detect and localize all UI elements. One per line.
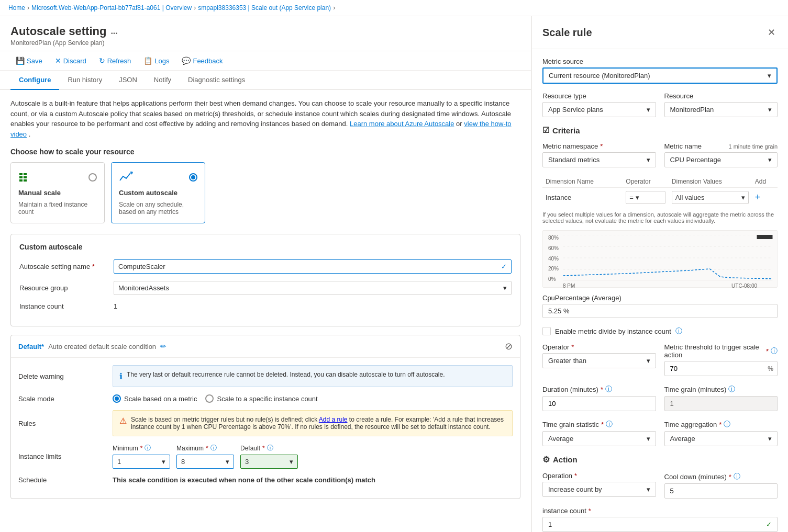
operator-select[interactable]: Greater than ▾ <box>542 353 656 368</box>
dim-values-select[interactable]: All values ▾ <box>672 191 749 204</box>
delete-warning-content: ℹ The very last or default recurrence ru… <box>113 365 513 387</box>
manual-scale-option[interactable]: Manual scale Maintain a fixed instance c… <box>10 162 105 223</box>
duration-info-icon[interactable]: ⓘ <box>605 384 612 394</box>
edit-icon[interactable]: ✏ <box>160 342 167 350</box>
radio-specific[interactable]: Scale to a specific instance count <box>205 394 317 403</box>
save-button[interactable]: 💾 Save <box>10 54 48 67</box>
operation-select[interactable]: Increase count by ▾ <box>542 482 656 497</box>
autoscale-name-input[interactable]: ComputeScaler ✓ <box>114 259 512 274</box>
duration-timegrain-row: Duration (minutes) * ⓘ Time grain (minut… <box>542 384 778 411</box>
time-grain-input[interactable] <box>664 396 778 411</box>
default-info-icon[interactable]: ⓘ <box>267 444 273 452</box>
scale-rule-panel: Scale rule ✕ Metric source Current resou… <box>531 16 788 532</box>
breadcrumb-scaleout[interactable]: smpapi38336353 | Scale out (App Service … <box>198 4 331 12</box>
delete-icon[interactable]: ⊘ <box>505 341 513 352</box>
enable-divide-info-icon[interactable]: ⓘ <box>675 326 682 336</box>
tab-notify[interactable]: Notify <box>146 71 180 90</box>
tab-json[interactable]: JSON <box>110 71 146 90</box>
instance-limits-content: Minimum * ⓘ 1 ▾ <box>113 444 513 469</box>
svg-rect-5 <box>24 179 27 182</box>
scale-options: Manual scale Maintain a fixed instance c… <box>10 162 520 223</box>
metric-ns-col: Metric namespace * Standard metrics ▾ <box>542 142 656 167</box>
rp-close-button[interactable]: ✕ <box>765 25 778 40</box>
warning-box: ℹ The very last or default recurrence ru… <box>113 365 513 387</box>
instance-count-input-rp[interactable]: 1 ✓ <box>542 517 778 532</box>
manual-scale-icon <box>18 170 33 185</box>
threshold-label: Metric threshold to trigger scale action… <box>664 343 778 359</box>
metric-name-select[interactable]: CPU Percentage ▾ <box>664 152 778 167</box>
agg-info-icon[interactable]: ⓘ <box>724 420 730 429</box>
metric-ns-select[interactable]: Standard metrics ▾ <box>542 152 656 167</box>
tab-configure[interactable]: Configure <box>10 71 59 90</box>
manual-radio[interactable] <box>88 173 97 182</box>
refresh-icon: ↻ <box>99 56 105 65</box>
operator-chevron-icon: ▾ <box>647 357 650 365</box>
add-rule-link[interactable]: Add a rule <box>319 416 348 423</box>
duration-col: Duration (minutes) * ⓘ <box>542 384 656 411</box>
warning-triangle-icon: ⚠ <box>119 416 127 426</box>
manual-title: Manual scale <box>18 189 97 197</box>
refresh-button[interactable]: ↻ Refresh <box>94 54 137 67</box>
page-title-ellipsis: ... <box>110 27 117 36</box>
add-dimension-button[interactable]: + <box>755 192 761 203</box>
agg-chevron-icon: ▾ <box>768 435 772 443</box>
discard-button[interactable]: ✕ Discard <box>50 54 92 67</box>
cooldown-col: Cool down (minutes) * ⓘ <box>664 472 778 499</box>
radio-metric[interactable]: Scale based on a metric <box>113 394 197 403</box>
logs-label: Logs <box>154 57 169 65</box>
learn-more-link[interactable]: Learn more about Azure Autoscale <box>350 120 454 128</box>
radio-row: Scale based on a metric Scale to a speci… <box>113 394 513 403</box>
resource-type-select[interactable]: App Service plans ▾ <box>542 102 656 117</box>
stat-select[interactable]: Average ▾ <box>542 431 656 446</box>
tab-run-history[interactable]: Run history <box>59 71 110 90</box>
enable-divide-row: Enable metric divide by instance count ⓘ <box>542 326 778 336</box>
resource-select[interactable]: MonitoredPlan ▾ <box>664 102 778 117</box>
resource-group-select[interactable]: MonitoredAssets ▾ <box>114 281 512 295</box>
breadcrumb-webapp[interactable]: Microsoft.Web-WebApp-Portal-bb77af81-a06… <box>31 4 192 12</box>
default-select[interactable]: 3 ▾ <box>240 455 298 469</box>
metric-source-select[interactable]: Current resource (MonitoredPlan) ▾ <box>542 67 778 84</box>
custom-radio[interactable] <box>189 173 197 182</box>
custom-title: Custom autoscale <box>119 189 197 197</box>
chart-y-60: 60% <box>548 245 559 251</box>
dim-operator-select[interactable]: = ▾ <box>626 191 665 204</box>
threshold-input[interactable] <box>664 361 778 376</box>
tab-diagnostic[interactable]: Diagnostic settings <box>180 71 253 90</box>
feedback-button[interactable]: 💬 Feedback <box>176 54 228 67</box>
rp-body: Metric source Current resource (Monitore… <box>532 49 788 532</box>
min-info-icon[interactable]: ⓘ <box>145 444 151 452</box>
max-label: Maximum * ⓘ <box>176 444 234 452</box>
time-grain-info-icon[interactable]: ⓘ <box>728 384 735 394</box>
action-title: Action <box>553 455 578 464</box>
custom-scale-option[interactable]: Custom autoscale Scale on any schedule, … <box>111 162 205 223</box>
breadcrumb-sep-1: › <box>27 4 29 12</box>
metric-ns-label: Metric namespace * <box>542 142 656 150</box>
breadcrumb-home[interactable]: Home <box>8 4 25 12</box>
duration-input[interactable] <box>542 396 656 411</box>
chart-x-utc: UTC-08:00 <box>731 283 757 289</box>
stat-label: Time grain statistic * ⓘ <box>542 420 656 429</box>
resource-type-label: Resource type <box>542 92 656 100</box>
autoscale-name-label: Autoscale setting name * <box>19 263 114 270</box>
max-info-icon[interactable]: ⓘ <box>210 444 217 452</box>
cooldown-info-icon[interactable]: ⓘ <box>734 472 740 481</box>
enable-divide-checkbox[interactable] <box>542 327 551 335</box>
dim-name-col-header: Dimension Name <box>542 176 623 188</box>
threshold-info-icon[interactable]: ⓘ <box>771 346 778 356</box>
max-select[interactable]: 8 ▾ <box>176 455 234 469</box>
min-select[interactable]: 1 ▾ <box>113 455 170 469</box>
svg-rect-1 <box>19 176 23 178</box>
instance-limits-row: Instance limits Minimum * ⓘ <box>18 444 513 469</box>
stat-info-icon[interactable]: ⓘ <box>606 420 613 429</box>
stat-chevron-icon: ▾ <box>647 435 650 443</box>
operator-threshold-row: Operator * Greater than ▾ Metric thresho… <box>542 343 778 376</box>
duration-label: Duration (minutes) * ⓘ <box>542 384 656 394</box>
toolbar: 💾 Save ✕ Discard ↻ Refresh 📋 Logs 💬 Feed… <box>0 51 531 71</box>
metric-ns-chevron-icon: ▾ <box>647 156 650 164</box>
logs-button[interactable]: 📋 Logs <box>138 54 174 67</box>
cooldown-input[interactable] <box>664 483 778 499</box>
resource-col: Resource MonitoredPlan ▾ <box>664 92 778 117</box>
resource-type-col: Resource type App Service plans ▾ <box>542 92 656 117</box>
enable-divide-label: Enable metric divide by instance count <box>555 327 671 335</box>
agg-select[interactable]: Average ▾ <box>664 431 778 446</box>
